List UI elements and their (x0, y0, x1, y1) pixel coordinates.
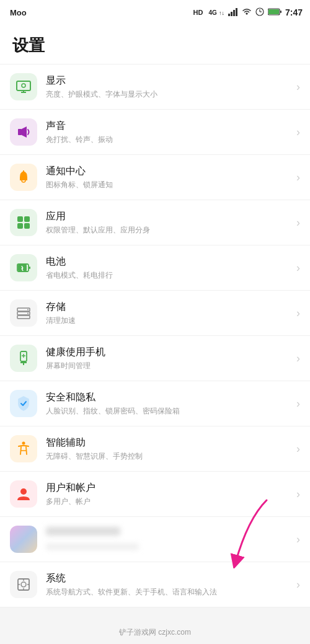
health-text: 健康使用手机 屏幕时间管理 (46, 346, 291, 371)
status-bar: Moo HD 4G ↑↓ (0, 0, 310, 25)
notification-text: 通知中心 图标角标、锁屏通知 (46, 165, 291, 190)
health-chevron: › (296, 352, 300, 365)
apps-icon-wrapper (10, 209, 37, 236)
apps-chevron: › (296, 216, 300, 229)
svg-rect-28 (17, 315, 30, 319)
security-chevron: › (296, 397, 300, 410)
battery-subtitle: 省电模式、耗电排行 (46, 270, 291, 281)
blurred-text (46, 527, 291, 552)
battery-chevron: › (296, 262, 300, 275)
health-icon-wrapper (10, 345, 37, 372)
settings-item-notification[interactable]: 通知中心 图标角标、锁屏通知 › (0, 155, 310, 200)
accessibility-subtitle: 无障碍、智慧识屏、手势控制 (46, 451, 291, 462)
svg-rect-16 (17, 216, 23, 222)
status-left: Moo (10, 8, 27, 17)
svg-rect-8 (268, 9, 279, 14)
sound-icon-wrapper (10, 118, 37, 146)
system-subtitle: 系统导航方式、软件更新、关于手机、语言和输入法 (46, 587, 291, 598)
health-title: 健康使用手机 (46, 346, 291, 359)
system-icon (16, 576, 32, 593)
storage-chevron: › (296, 307, 300, 320)
security-subtitle: 人脸识别、指纹、锁屏密码、密码保险箱 (46, 406, 291, 417)
app-name: Moo (10, 8, 27, 17)
svg-rect-18 (17, 223, 23, 229)
settings-item-accounts[interactable]: 用户和帐户 多用户、帐户 › (0, 472, 310, 517)
display-text: 显示 亮度、护眼模式、字体与显示大小 (46, 74, 291, 100)
svg-rect-14 (18, 129, 22, 135)
settings-item-accessibility[interactable]: 智能辅助 无障碍、智慧识屏、手势控制 › (0, 426, 310, 472)
accounts-icon (16, 486, 32, 502)
health-subtitle: 屏幕时间管理 (46, 361, 291, 371)
storage-icon (16, 305, 32, 321)
security-icon (16, 395, 32, 412)
settings-item-sound[interactable]: 声音 免打扰、铃声、振动 › (0, 110, 310, 155)
health-icon (16, 350, 32, 366)
accounts-subtitle: 多用户、帐户 (46, 496, 291, 507)
settings-item-display[interactable]: 显示 亮度、护眼模式、字体与显示大小 › (0, 64, 310, 110)
blurred-icon-wrapper (10, 526, 37, 553)
accounts-chevron: › (296, 488, 300, 501)
accessibility-icon-wrapper (10, 435, 37, 462)
svg-rect-3 (236, 8, 237, 16)
svg-rect-19 (24, 223, 30, 229)
notification-icon (16, 169, 32, 185)
svg-point-37 (20, 488, 27, 495)
system-title: 系统 (46, 572, 291, 585)
blurred-subtitle (46, 544, 139, 550)
display-icon-wrapper (10, 73, 37, 100)
display-icon (16, 79, 32, 95)
status-right: HD 4G ↑↓ (193, 7, 303, 18)
accounts-icon-wrapper (10, 480, 37, 508)
settings-item-apps[interactable]: 应用 权限管理、默认应用、应用分身 › (0, 200, 310, 245)
svg-rect-17 (24, 216, 30, 222)
svg-point-36 (22, 442, 25, 445)
battery-text: 电池 省电模式、耗电排行 (46, 255, 291, 281)
accessibility-text: 智能辅助 无障碍、智慧识屏、手势控制 (46, 436, 291, 462)
accessibility-icon (16, 441, 32, 457)
network-icon: HD 4G ↑↓ (193, 9, 224, 16)
settings-item-battery[interactable]: 电池 省电模式、耗电排行 › (0, 245, 310, 291)
apps-title: 应用 (46, 210, 291, 223)
storage-title: 存储 (46, 301, 291, 314)
settings-list: 显示 亮度、护眼模式、字体与显示大小 › 声音 免打扰、铃声、振动 › (0, 64, 310, 607)
blurred-title (46, 527, 120, 536)
storage-text: 存储 清理加速 (46, 301, 291, 326)
apps-icon (16, 214, 32, 231)
svg-point-13 (22, 84, 25, 87)
svg-rect-0 (228, 14, 230, 16)
display-title: 显示 (46, 74, 291, 87)
sound-icon (16, 124, 32, 140)
svg-point-39 (21, 582, 26, 587)
page-title: 设置 (12, 35, 298, 56)
battery-title: 电池 (46, 255, 291, 268)
wifi-icon (242, 8, 252, 17)
sound-subtitle: 免打扰、铃声、振动 (46, 135, 291, 145)
system-icon-wrapper (10, 571, 37, 598)
svg-point-30 (27, 313, 29, 314)
svg-point-29 (27, 309, 29, 311)
security-icon-wrapper (10, 390, 37, 417)
battery-setting-icon (16, 260, 32, 276)
clock-icon (255, 7, 264, 18)
settings-item-storage[interactable]: 存储 清理加速 › (0, 291, 310, 336)
sound-text: 声音 免打扰、铃声、振动 (46, 120, 291, 145)
settings-item-health[interactable]: 健康使用手机 屏幕时间管理 › (0, 336, 310, 381)
signal-icon (228, 7, 238, 18)
svg-rect-1 (231, 12, 232, 16)
notification-icon-wrapper (10, 164, 37, 191)
accounts-text: 用户和帐户 多用户、帐户 (46, 482, 291, 507)
settings-item-system[interactable]: 系统 系统导航方式、软件更新、关于手机、语言和输入法 › (0, 562, 310, 607)
settings-item-security[interactable]: 安全和隐私 人脸识别、指纹、锁屏密码、密码保险箱 › (0, 381, 310, 426)
notification-title: 通知中心 (46, 165, 291, 178)
storage-icon-wrapper (10, 299, 37, 327)
security-text: 安全和隐私 人脸识别、指纹、锁屏密码、密码保险箱 (46, 391, 291, 417)
storage-subtitle: 清理加速 (46, 315, 291, 326)
apps-subtitle: 权限管理、默认应用、应用分身 (46, 225, 291, 236)
watermark: 铲子游戏网 czjxc.com (0, 626, 310, 639)
accessibility-chevron: › (296, 443, 300, 456)
svg-rect-22 (29, 267, 30, 269)
display-chevron: › (296, 81, 300, 94)
system-text: 系统 系统导航方式、软件更新、关于手机、语言和输入法 (46, 572, 291, 598)
settings-item-blurred[interactable]: › (0, 517, 310, 562)
svg-rect-10 (17, 81, 30, 90)
